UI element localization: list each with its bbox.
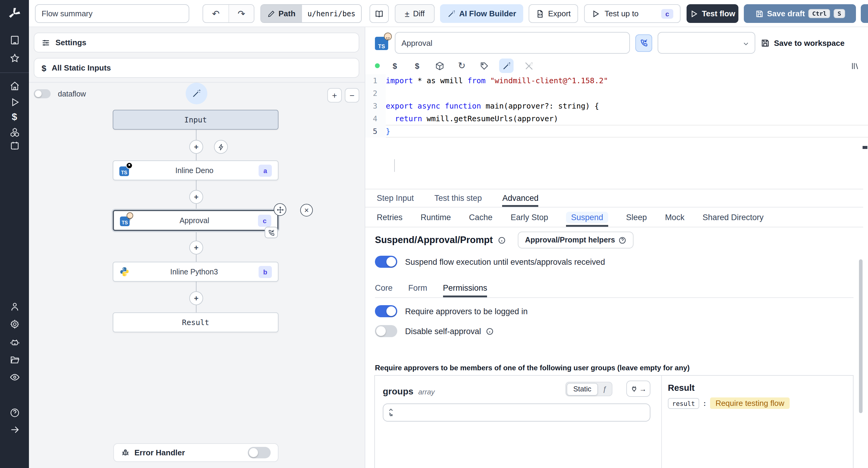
approval-phone-badge[interactable] [265, 227, 278, 238]
chevrons-updown-icon [388, 408, 394, 417]
typescript-deno-icon: TS [119, 165, 130, 176]
home-icon[interactable] [0, 81, 29, 91]
save-draft-button[interactable]: Save draft Ctrl S [744, 4, 856, 23]
flow-node-result[interactable]: Result [113, 313, 278, 332]
collapse-arrow-icon[interactable] [0, 425, 29, 435]
tab-retries[interactable]: Retries [377, 208, 403, 227]
step-tabs: Step Input Test this step Advanced [365, 189, 863, 207]
add-step-button[interactable]: + [189, 190, 203, 204]
pencil-icon [268, 10, 275, 17]
vertical-scrollbar[interactable] [859, 259, 863, 413]
info-icon[interactable] [498, 236, 505, 244]
path-button[interactable]: Path u/henri/bes [260, 4, 361, 23]
tab-shared-directory[interactable]: Shared Directory [703, 208, 764, 227]
tab-permissions[interactable]: Permissions [443, 279, 487, 297]
add-step-button[interactable]: + [189, 241, 203, 255]
app-sidebar: $ [0, 0, 29, 468]
help-question-icon[interactable] [0, 408, 29, 418]
zoom-out-button[interactable]: − [345, 88, 359, 103]
ai-wand-icon[interactable] [499, 59, 514, 73]
code-line: return wmill.getResumeUrls(approver) [386, 112, 868, 125]
zoom-in-button[interactable]: + [327, 88, 342, 103]
approval-prompt-helpers-button[interactable]: Approval/Prompt helpers [518, 232, 634, 248]
step-id-badge: c [258, 214, 271, 227]
flow-node-approval-selected[interactable]: TS Approval c [113, 210, 278, 231]
tab-mock[interactable]: Mock [665, 208, 684, 227]
code-line [386, 87, 868, 99]
add-step-button[interactable]: + [189, 140, 203, 154]
tab-early-stop[interactable]: Early Stop [510, 208, 548, 227]
flow-node-input[interactable]: Input [113, 110, 278, 130]
reload-icon[interactable]: ↻ [455, 59, 469, 73]
code-editor[interactable]: 1import * as wmill from "windmill-client… [365, 74, 868, 189]
folders-icon[interactable] [0, 355, 29, 365]
delete-step-button[interactable]: × [300, 204, 313, 216]
diff-button[interactable]: ± Diff [395, 4, 435, 23]
runs-play-icon[interactable] [0, 97, 29, 107]
tab-step-input[interactable]: Step Input [377, 189, 414, 207]
error-handler-toggle[interactable] [248, 447, 271, 458]
format-tag-icon[interactable] [477, 59, 491, 73]
require-login-toggle[interactable] [375, 305, 397, 317]
schedules-calendar-icon[interactable] [0, 141, 29, 151]
export-button[interactable]: Export [529, 4, 578, 23]
suspend-execution-toggle[interactable] [375, 256, 397, 268]
flow-node-inline-deno[interactable]: TS Inline Deno a [113, 160, 278, 180]
deploy-button-partial[interactable] [861, 4, 868, 23]
play-icon [690, 9, 698, 18]
ai-assist-wand-button[interactable] [186, 83, 207, 104]
javascript-mode-button[interactable]: ƒ [598, 385, 611, 393]
tab-cache[interactable]: Cache [469, 208, 493, 227]
library-icon[interactable] [847, 59, 862, 73]
tab-sleep[interactable]: Sleep [626, 208, 647, 227]
all-static-inputs-button[interactable]: $ All Static Inputs [34, 58, 359, 78]
info-icon[interactable] [486, 327, 494, 335]
disable-self-approval-toggle[interactable] [375, 325, 397, 337]
indent-guide [394, 159, 395, 172]
groups-array-input[interactable] [383, 404, 650, 421]
add-trigger-bolt-button[interactable] [214, 140, 228, 154]
dataflow-toggle[interactable] [34, 89, 51, 98]
tab-test-this-step[interactable]: Test this step [434, 189, 482, 207]
static-mode-button[interactable]: Static [567, 383, 598, 395]
step-name-input[interactable] [395, 32, 630, 54]
tab-form[interactable]: Form [408, 279, 427, 297]
users-person-icon[interactable] [0, 301, 29, 312]
static-inputs-icon[interactable]: $ [388, 59, 402, 73]
variables-dollar-icon[interactable]: $ [0, 112, 29, 122]
package-icon[interactable] [432, 59, 447, 73]
flow-node-inline-python[interactable]: Inline Python3 b [113, 262, 278, 282]
docs-book-button[interactable] [370, 4, 389, 23]
connect-input-button[interactable]: → [626, 381, 650, 397]
approval-phone-button[interactable] [635, 34, 652, 52]
resources-cubes-icon[interactable] [0, 127, 29, 138]
workspace-building-icon[interactable] [0, 35, 29, 45]
favorites-star-icon[interactable] [0, 53, 29, 63]
add-step-button[interactable]: + [189, 291, 203, 305]
undo-button[interactable]: ↶ [203, 5, 228, 22]
error-handler-card[interactable]: Error Handler [113, 443, 278, 462]
tab-core[interactable]: Core [375, 279, 393, 297]
windmill-logo-icon[interactable] [8, 7, 21, 20]
test-up-to-button[interactable]: Test up to c [584, 4, 681, 23]
variables-icon[interactable]: $ [410, 59, 424, 73]
tab-advanced[interactable]: Advanced [502, 189, 538, 207]
ai-robot-icon[interactable] [0, 337, 29, 347]
flow-summary-input[interactable] [35, 4, 189, 23]
result-key-chip[interactable]: result [668, 398, 699, 409]
tab-suspend[interactable]: Suspend [566, 208, 608, 227]
sliders-icon [41, 38, 50, 47]
audit-eye-icon[interactable] [0, 372, 29, 382]
ai-wand-off-icon[interactable] [521, 59, 536, 73]
move-step-button[interactable] [274, 203, 286, 216]
suspend-toggle-label: Suspend flow execution until events/appr… [405, 257, 605, 266]
worker-tag-select[interactable] [658, 32, 755, 54]
tab-runtime[interactable]: Runtime [421, 208, 451, 227]
test-flow-button[interactable]: Test flow [687, 4, 738, 23]
redo-button[interactable]: ↷ [228, 5, 254, 22]
bolt-icon [217, 143, 224, 150]
ai-flow-builder-button[interactable]: AI Flow Builder [440, 4, 523, 23]
settings-gear-icon[interactable] [0, 319, 29, 329]
save-to-workspace-button[interactable]: Save to workspace [761, 38, 844, 47]
flow-settings-button[interactable]: Settings [34, 33, 359, 53]
